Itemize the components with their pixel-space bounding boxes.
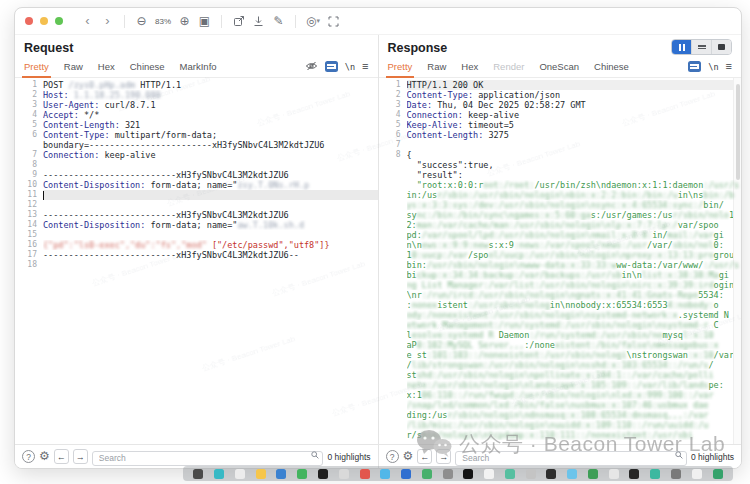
screenshot-icon[interactable]: ▣ [198, 13, 211, 29]
tab-pretty[interactable]: Pretty [388, 56, 413, 77]
editor-line: 5Keep-Alive: timeout=5 [379, 120, 742, 130]
editor-line: boundary=------------------------xH3fySN… [15, 140, 378, 150]
dock-icon[interactable] [318, 469, 328, 479]
editor-line: ding:/usr/sbin/nologin\ndnsmasq:x:108:65… [379, 410, 742, 420]
dock-icon[interactable] [339, 469, 349, 479]
prev-match-button[interactable]: ← [54, 449, 69, 464]
dock-icon[interactable] [692, 469, 702, 479]
editor-line: 7 [379, 140, 742, 150]
dock-icon[interactable] [380, 469, 390, 479]
dock-icon[interactable] [401, 469, 411, 479]
tab-raw[interactable]: Raw [427, 56, 446, 77]
forward-icon[interactable]: › [101, 13, 114, 29]
dock-icon[interactable] [629, 469, 639, 479]
tab-chinese[interactable]: Chinese [594, 56, 629, 77]
editor-line: 14Content-Disposition: form-data; name="… [15, 220, 378, 230]
tab-chinese[interactable]: Chinese [130, 56, 165, 77]
dock-icon[interactable] [588, 469, 598, 479]
editor-line: bin:/usr/sbin/nologin\nwww-data:x:33:33:… [379, 260, 742, 270]
dock-icon[interactable] [671, 469, 681, 479]
editor-line: :nonexistent:/usr/sbin/nologin\nnobody:x… [379, 300, 742, 310]
request-tabs: Pretty Raw Hex Chinese MarkInfo \n [15, 56, 378, 78]
editor-line: 8{ [379, 150, 742, 160]
editor-line: 1POST /zys0.pHp.adm HTTP/1.1 [15, 80, 378, 90]
editor-line: 7Connection: keep-alive [15, 150, 378, 160]
newline-toggle-icon[interactable]: \n [708, 62, 718, 72]
dock-icon[interactable] [526, 469, 536, 479]
prev-match-button[interactable]: ← [417, 449, 432, 464]
request-statusbar: ? ⚙ ← → 0 highlights [15, 445, 379, 468]
fullscreen-icon[interactable] [327, 13, 340, 29]
tab-onescan[interactable]: OneScan [539, 56, 579, 77]
dock-icon[interactable] [609, 469, 619, 479]
dock-icon[interactable] [193, 469, 203, 479]
dock-icon[interactable] [567, 469, 577, 479]
zoom-window-button[interactable] [55, 17, 63, 25]
format-beautify-icon[interactable] [688, 61, 701, 72]
dock-icon[interactable] [360, 469, 370, 479]
next-match-button[interactable]: → [436, 449, 451, 464]
editor-line: n\news:x:9:9:news:x:9:news:/var/spool/ne… [379, 240, 742, 250]
tab-markinfo[interactable]: MarkInfo [180, 56, 217, 77]
menu-icon[interactable]: ≡ [362, 61, 368, 72]
dock-icon[interactable] [546, 469, 556, 479]
help-icon[interactable]: ? [22, 450, 35, 463]
editor-line: 10Content-Disposition: form-data; name="… [15, 180, 378, 190]
dock-icon[interactable] [256, 469, 266, 479]
download-icon[interactable] [252, 13, 265, 29]
record-menu-icon[interactable]: ◎▾ [306, 13, 320, 29]
macos-dock[interactable] [183, 466, 733, 481]
dock-icon[interactable] [443, 469, 453, 479]
dock-icon[interactable] [463, 469, 473, 479]
edit-pen-icon[interactable]: ✎ [272, 13, 285, 29]
tab-hex[interactable]: Hex [98, 56, 115, 77]
dock-icon[interactable] [713, 469, 723, 479]
dock-icon[interactable] [214, 469, 224, 479]
zoom-in-icon[interactable]: ⊕ [178, 13, 191, 29]
editor-line: in:/usr/sbin:/usr/sbin/nologin\nbin:x:2:… [379, 190, 742, 200]
newline-toggle-icon[interactable]: \n [345, 62, 355, 72]
search-input[interactable] [92, 451, 324, 466]
dock-icon[interactable] [505, 469, 515, 479]
editor-line: lesolve:systemd R Daemon:/run/systemd:/u… [379, 330, 742, 340]
editor-line: ng List Manager:/var/list:/usr/sbin/nolo… [379, 280, 742, 290]
pause-button[interactable] [672, 40, 691, 54]
editor-line: 3Date: Thu, 04 Dec 2025 02:58:27 GMT [379, 100, 742, 110]
help-icon[interactable]: ? [386, 450, 399, 463]
editor-line: 6Content-Type: multipart/form-data; [15, 130, 378, 140]
export-window-icon[interactable] [232, 13, 245, 29]
dock-icon[interactable] [650, 469, 660, 479]
gear-icon[interactable]: ⚙ [39, 450, 50, 463]
response-editor[interactable]: 1HTTP/1.1 200 OK2Content-Type: applicati… [379, 78, 742, 445]
dock-icon[interactable] [422, 469, 432, 479]
editor-line: 18 [15, 260, 378, 270]
gear-icon[interactable]: ⚙ [403, 450, 414, 463]
zoom-out-icon[interactable]: ⊖ [135, 13, 148, 29]
hide-eye-icon[interactable] [305, 60, 318, 74]
menu-icon[interactable]: ≡ [726, 61, 732, 72]
search-input[interactable] [455, 451, 687, 466]
editor-line: 17--------------------------xH3fySNbvC4L… [15, 250, 378, 260]
close-window-button[interactable] [25, 17, 33, 25]
editor-line: 11 [15, 190, 378, 200]
queue-lines-button[interactable] [691, 40, 711, 54]
window-toolbar: ‹ › ⊖ 83% ⊕ ▣ ✎ ◎▾ [15, 8, 741, 35]
editor-line: pd:/var/spool/lpd:/usr/sbin/nologin\nmai… [379, 230, 742, 240]
dock-icon[interactable] [276, 469, 286, 479]
tab-hex[interactable]: Hex [461, 56, 478, 77]
stop-button[interactable] [711, 40, 731, 54]
tab-raw[interactable]: Raw [64, 56, 83, 77]
next-match-button[interactable]: → [73, 449, 88, 464]
editor-line: etwork Management:/run/systemd:/usr/sbin… [379, 320, 742, 330]
request-editor[interactable]: 1POST /zys0.pHp.adm HTTP/1.12Host: 1.1.1… [15, 78, 378, 445]
scrollbar-thumb[interactable] [736, 84, 740, 180]
minimize-window-button[interactable] [40, 17, 48, 25]
format-beautify-icon[interactable] [325, 61, 338, 72]
tab-pretty[interactable]: Pretty [24, 56, 49, 77]
editor-line: 2Content-Type: application/json [379, 90, 742, 100]
back-icon[interactable]: ‹ [81, 13, 94, 29]
dock-icon[interactable] [235, 469, 245, 479]
editor-line: 2Host: 1.1.18.25.190.080 [15, 90, 378, 100]
dock-icon[interactable] [297, 469, 307, 479]
dock-icon[interactable] [484, 469, 494, 479]
